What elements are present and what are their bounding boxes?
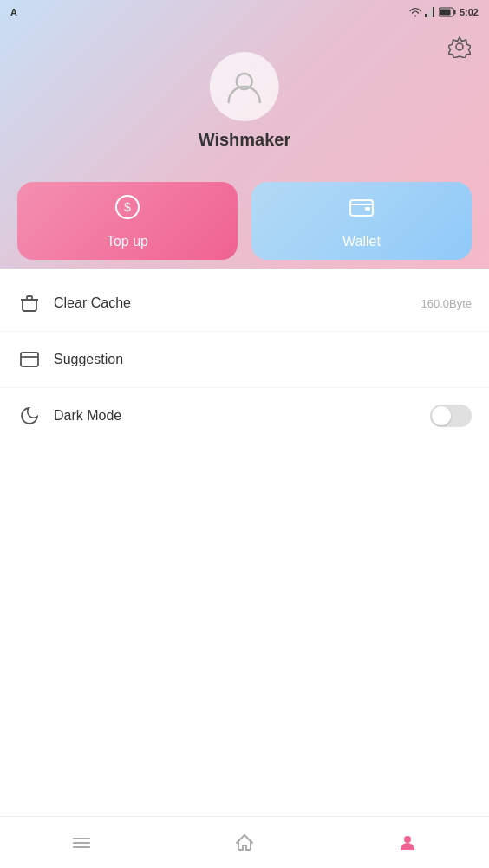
svg-rect-14: [23, 300, 36, 311]
person-icon: [397, 832, 418, 853]
topup-label: Top up: [107, 234, 148, 249]
battery-icon: [439, 7, 456, 17]
clear-cache-value: 160.0Byte: [421, 297, 472, 310]
clear-cache-item[interactable]: Clear Cache 160.0Byte: [0, 275, 489, 332]
settings-icon: [448, 36, 471, 58]
menu-list: Clear Cache 160.0Byte Suggestion Dark Mo…: [0, 269, 489, 450]
svg-marker-7: [448, 37, 471, 58]
svg-text:$: $: [124, 200, 131, 214]
main-content: Clear Cache 160.0Byte Suggestion Dark Mo…: [0, 269, 489, 816]
wallet-icon: [348, 193, 375, 227]
bucket-icon: [17, 291, 42, 315]
avatar: [210, 52, 279, 121]
status-bar: A 5:02: [0, 0, 489, 24]
time-display: 5:02: [460, 7, 479, 17]
toggle-knob: [432, 406, 451, 425]
svg-rect-3: [433, 7, 434, 17]
signal-icon: [425, 7, 435, 17]
topup-button[interactable]: $ Top up: [17, 182, 238, 260]
settings-button[interactable]: [444, 31, 475, 62]
svg-rect-2: [430, 10, 432, 17]
wallet-button[interactable]: Wallet: [251, 182, 472, 260]
moon-icon: [17, 404, 42, 428]
dark-mode-label: Dark Mode: [54, 408, 430, 424]
home-icon: [234, 832, 255, 853]
dark-mode-item[interactable]: Dark Mode: [0, 388, 489, 444]
svg-rect-6: [440, 10, 450, 16]
nav-profile[interactable]: [326, 817, 489, 868]
svg-rect-1: [427, 11, 429, 17]
suggestion-label: Suggestion: [54, 352, 472, 367]
svg-rect-0: [425, 14, 427, 17]
wifi-icon: [409, 7, 421, 17]
clear-cache-label: Clear Cache: [54, 295, 421, 311]
nav-menu[interactable]: [0, 817, 163, 868]
action-buttons: $ Top up Wallet: [17, 182, 472, 260]
status-right-icons: 5:02: [409, 7, 479, 17]
username: Wishmaker: [199, 130, 291, 150]
avatar-container: Wishmaker: [199, 52, 291, 150]
nav-home[interactable]: [163, 817, 326, 868]
bottom-nav: [0, 816, 489, 868]
topup-icon: $: [114, 193, 141, 227]
status-left-icon: A: [10, 7, 17, 17]
browser-icon: [17, 347, 42, 372]
menu-icon: [71, 832, 92, 853]
dark-mode-toggle[interactable]: [430, 405, 472, 427]
avatar-icon: [224, 66, 265, 107]
wallet-label: Wallet: [342, 234, 381, 249]
svg-rect-13: [365, 207, 370, 211]
svg-rect-5: [453, 10, 455, 15]
suggestion-item[interactable]: Suggestion: [0, 332, 489, 388]
svg-point-20: [404, 836, 411, 843]
svg-point-8: [456, 43, 463, 50]
svg-rect-15: [21, 353, 38, 366]
